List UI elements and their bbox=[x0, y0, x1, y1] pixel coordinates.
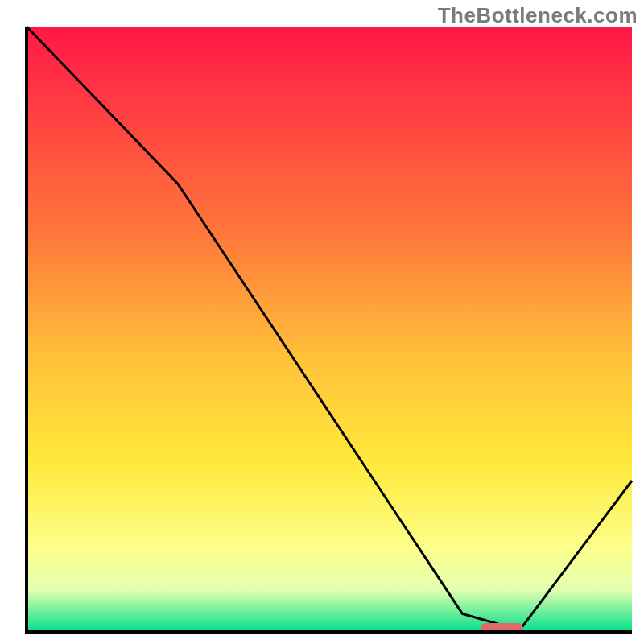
watermark-text: TheBottleneck.com bbox=[438, 3, 638, 28]
plot-background bbox=[27, 27, 632, 632]
bottleneck-chart bbox=[0, 0, 644, 644]
chart-container: TheBottleneck.com bbox=[0, 0, 644, 644]
